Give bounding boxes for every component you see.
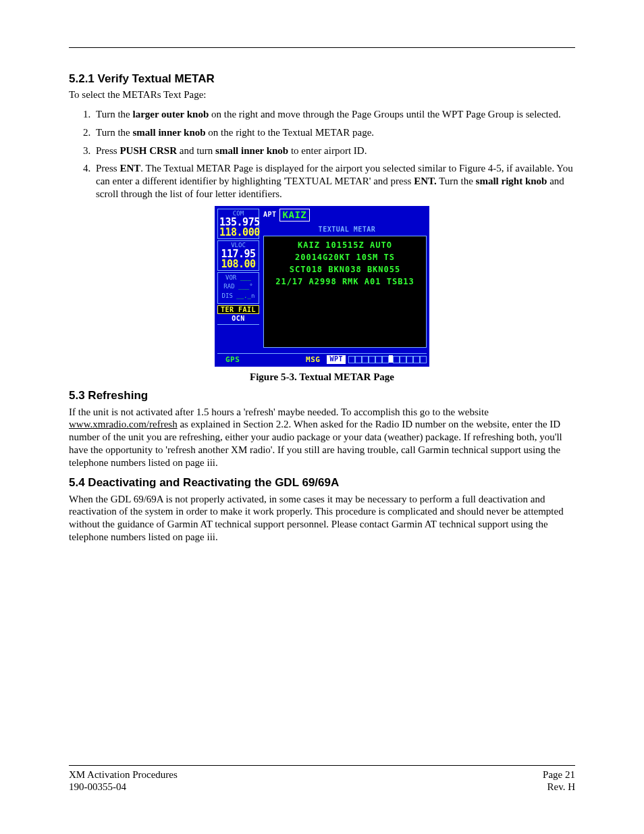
apt-id: KAIZ <box>279 209 311 222</box>
apt-label: APT <box>263 211 277 219</box>
metar-line: KAIZ 101515Z AUTO <box>268 239 422 251</box>
textual-metar-label: TEXTUAL METAR <box>267 226 427 234</box>
avionics-main: APT KAIZ TEXTUAL METAR KAIZ 101515Z AUTO… <box>263 209 427 352</box>
intro-521: To select the METARs Text Page: <box>69 88 575 101</box>
footer-page: Page 21 <box>543 768 575 781</box>
ter-fail: TER FAIL <box>217 305 259 314</box>
figure-caption: Figure 5-3. Textual METAR Page <box>69 371 575 384</box>
step-4: Press ENT. The Textual METAR Page is dis… <box>93 162 575 200</box>
avionics-screen: COM 135.975 118.000 VLOC 117.95 108.00 V… <box>215 206 429 367</box>
metar-line: SCT018 BKN038 BKN055 <box>268 263 422 276</box>
footer-docnum: 190-00355-04 <box>69 781 126 793</box>
step-1: Turn the larger outer knob on the right … <box>93 108 575 121</box>
metar-line: 21/17 A2998 RMK A01 TSB13 <box>268 276 422 288</box>
heading-54: 5.4 Deactivating and Reactivating the GD… <box>69 475 575 490</box>
heading-521: 5.2.1 Verify Textual METAR <box>69 72 575 86</box>
avionics-sidebar: COM 135.975 118.000 VLOC 117.95 108.00 V… <box>217 209 259 330</box>
com-standby: 118.000 <box>219 228 257 238</box>
vloc-standby: 108.00 <box>219 259 257 269</box>
body-54: When the GDL 69/69A is not properly acti… <box>69 493 575 544</box>
footer-rev: Rev. H <box>547 781 575 793</box>
gps-label: GPS <box>225 355 240 365</box>
footer-title: XM Activation Procedures <box>69 768 178 781</box>
msg-label: MSG <box>306 355 320 365</box>
metar-text-panel: KAIZ 101515Z AUTO 20014G20KT 10SM TS SCT… <box>263 236 427 348</box>
vloc-box: VLOC 117.95 108.00 <box>217 240 259 271</box>
step-3: Press PUSH CRSR and turn small inner kno… <box>93 145 575 157</box>
metar-line: 20014G20KT 10SM TS <box>268 251 422 263</box>
nav-status-box: VOR ___ RAD ___° DIS __._n <box>217 272 259 304</box>
refresh-link: www.xmradio.com/refresh <box>69 419 178 429</box>
ocn: OCN <box>217 315 259 323</box>
body-53: If the unit is not activated after 1.5 h… <box>69 406 575 469</box>
steps-521: Turn the larger outer knob on the right … <box>69 108 575 201</box>
page-footer: XM Activation Procedures Page 21 190-003… <box>69 765 575 794</box>
page-group-boxes <box>348 356 427 363</box>
header-rule <box>69 47 575 48</box>
com-box: COM 135.975 118.000 <box>217 209 259 239</box>
heading-53: 5.3 Refreshing <box>69 388 575 402</box>
figure-5-3: COM 135.975 118.000 VLOC 117.95 108.00 V… <box>69 206 575 367</box>
wpt-label: WPT <box>327 355 346 364</box>
avionics-status-bar: GPS MSG WPT <box>217 353 427 365</box>
step-2: Turn the small inner knob on the right t… <box>93 126 575 139</box>
